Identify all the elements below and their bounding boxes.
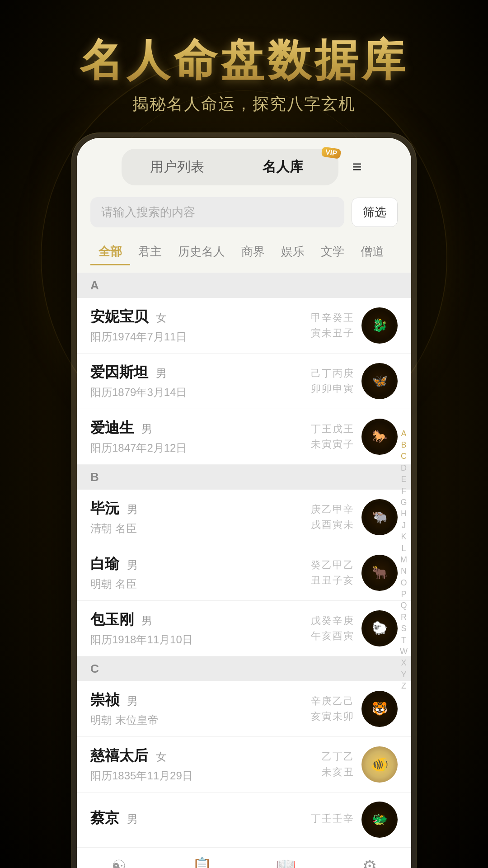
alpha-x[interactable]: X <box>401 658 406 668</box>
cat-entertainment[interactable]: 娱乐 <box>273 239 313 265</box>
item-avatar: 🐃 <box>361 499 398 535</box>
tab-celebrity-db[interactable]: 名人库 VIP <box>230 151 336 183</box>
item-bazi: 丁王戊王 未寅寅子 <box>311 422 354 451</box>
alpha-t[interactable]: T <box>401 635 406 646</box>
item-desc: 阳历1918年11月10日 <box>90 632 311 647</box>
category-tabs: 全部 君主 历史名人 商界 娱乐 文学 僧道 <box>77 232 411 273</box>
cat-religion[interactable]: 僧道 <box>352 239 392 265</box>
item-name: 慈禧太后 女 <box>90 746 322 766</box>
item-bazi: 乙丁乙 未亥丑 <box>322 750 354 779</box>
page-content: 名人命盘数据库 揭秘名人命运，探究八字玄机 用户列表 名人库 VIP ≡ <box>0 0 488 868</box>
item-avatar: 🦋 <box>361 363 398 399</box>
alpha-z[interactable]: Z <box>401 681 406 691</box>
item-name: 毕沅 男 <box>90 499 311 519</box>
item-bazi: 辛庚乙己 亥寅未卯 <box>311 694 354 723</box>
search-input-wrapper[interactable]: 请输入搜索的内容 <box>90 197 344 227</box>
item-info-baoyugang: 包玉刚 男 阳历1918年11月10日 <box>90 610 311 647</box>
yin-yang-icon: ☯ <box>112 857 126 868</box>
alpha-j[interactable]: J <box>402 520 406 531</box>
bazi-top: 戊癸辛庚 <box>311 614 354 627</box>
alpha-y[interactable]: Y <box>401 670 406 680</box>
item-avatar: 🐯 <box>361 691 398 727</box>
list-item[interactable]: 白瑜 男 明朝 名臣 癸乙甲乙 丑丑子亥 🐂 <box>77 545 411 601</box>
avatar-inner: 🐠 <box>364 749 395 780</box>
cat-monarch[interactable]: 君主 <box>130 239 170 265</box>
alpha-w[interactable]: W <box>400 646 408 657</box>
item-info-einstein: 爱因斯坦 男 阳历1879年3月14日 <box>90 363 311 400</box>
alpha-r[interactable]: R <box>401 612 407 623</box>
alpha-p[interactable]: P <box>401 589 406 599</box>
nav-notes[interactable]: 📋 <box>160 857 244 868</box>
item-info-biyuan: 毕沅 男 清朝 名臣 <box>90 499 311 536</box>
alpha-s[interactable]: S <box>401 623 406 634</box>
alpha-m[interactable]: M <box>400 555 407 565</box>
avatar-inner: 🐂 <box>364 557 395 589</box>
book-icon: 📖 <box>276 857 296 868</box>
alpha-n[interactable]: N <box>401 566 407 576</box>
nav-book[interactable]: 📖 <box>244 857 328 868</box>
menu-icon[interactable]: ≡ <box>347 153 366 181</box>
item-name: 包玉刚 男 <box>90 610 311 630</box>
alpha-h[interactable]: H <box>401 509 407 519</box>
avatar-inner: 🐉 <box>364 310 395 341</box>
list-item[interactable]: 慈禧太后 女 阳历1835年11月29日 乙丁乙 未亥丑 🐠 <box>77 737 411 793</box>
alpha-a[interactable]: A <box>401 429 406 439</box>
item-info-caijing: 蔡京 男 <box>90 808 311 831</box>
alpha-o[interactable]: O <box>400 578 407 588</box>
avatar-inner: 🐑 <box>364 613 395 644</box>
bazi-top: 己丁丙庚 <box>311 367 354 380</box>
item-name: 崇祯 男 <box>90 690 311 710</box>
alpha-q[interactable]: Q <box>400 600 407 611</box>
item-gender: 男 <box>127 695 138 707</box>
list-item[interactable]: 崇祯 男 明朝 末位皇帝 辛庚乙己 亥寅未卯 🐯 <box>77 681 411 737</box>
item-gender: 女 <box>156 311 167 324</box>
list-item[interactable]: 毕沅 男 清朝 名臣 庚乙甲辛 戌酉寅未 🐃 <box>77 490 411 545</box>
item-desc: 明朝 名臣 <box>90 577 311 591</box>
item-name: 蔡京 男 <box>90 808 311 828</box>
section-header-b: B <box>77 465 411 490</box>
avatar-inner: 🦋 <box>364 365 395 397</box>
bazi-bot: 未亥丑 <box>322 765 354 779</box>
avatar-inner: 🐎 <box>364 421 395 453</box>
bazi-top: 甲辛癸王 <box>311 311 354 325</box>
item-desc: 阳历1879年3月14日 <box>90 385 311 400</box>
list-item[interactable]: 安妮宝贝 女 阳历1974年7月11日 甲辛癸王 寅未丑子 🐉 <box>77 298 411 354</box>
list-item[interactable]: 爱迪生 男 阳历1847年2月12日 丁王戊王 未寅寅子 🐎 <box>77 409 411 465</box>
vip-badge: VIP <box>321 146 341 159</box>
item-bazi: 甲辛癸王 寅未丑子 <box>311 311 354 340</box>
item-gender: 女 <box>156 750 167 763</box>
list-item[interactable]: 包玉刚 男 阳历1918年11月10日 戊癸辛庚 午亥酉寅 🐑 <box>77 601 411 656</box>
alpha-b[interactable]: B <box>401 440 406 450</box>
cat-literature[interactable]: 文学 <box>313 239 352 265</box>
alpha-e[interactable]: E <box>401 474 406 485</box>
main-title: 名人命盘数据库 <box>80 36 408 84</box>
alpha-f[interactable]: F <box>401 486 406 496</box>
list-item[interactable]: 爱因斯坦 男 阳历1879年3月14日 己丁丙庚 卯卯申寅 🦋 <box>77 354 411 409</box>
subtitle: 揭秘名人命运，探究八字玄机 <box>80 93 408 115</box>
filter-button[interactable]: 筛选 <box>352 198 398 227</box>
alpha-k[interactable]: K <box>401 532 406 542</box>
nav-home[interactable]: ☯ <box>77 857 160 868</box>
nav-settings[interactable]: ⚙ <box>328 857 411 868</box>
item-gender: 男 <box>127 503 138 515</box>
item-info-cixi: 慈禧太后 女 阳历1835年11月29日 <box>90 746 322 783</box>
cat-all[interactable]: 全部 <box>90 239 130 265</box>
item-name: 安妮宝贝 女 <box>90 307 311 327</box>
bazi-bot: 丑丑子亥 <box>311 574 354 587</box>
alpha-g[interactable]: G <box>400 497 407 508</box>
alpha-c[interactable]: C <box>401 451 407 462</box>
notes-icon: 📋 <box>192 857 212 868</box>
cat-business[interactable]: 商界 <box>233 239 273 265</box>
item-gender: 男 <box>141 614 152 627</box>
item-desc: 阳历1835年11月29日 <box>90 769 322 783</box>
bazi-bot: 戌酉寅未 <box>311 518 354 532</box>
tab-user-list[interactable]: 用户列表 <box>124 151 230 183</box>
item-desc: 阳历1974年7月11日 <box>90 330 311 344</box>
phone-mockup: 用户列表 名人库 VIP ≡ 请输入搜索的内容 筛选 全部 <box>72 133 416 868</box>
list-item[interactable]: 蔡京 男 丁壬壬辛 🐲 <box>77 793 411 847</box>
alpha-l[interactable]: L <box>401 543 406 554</box>
cat-history[interactable]: 历史名人 <box>170 239 233 265</box>
avatar-inner: 🐲 <box>364 804 395 835</box>
alpha-d[interactable]: D <box>401 463 407 473</box>
bazi-bot: 未寅寅子 <box>311 438 354 451</box>
